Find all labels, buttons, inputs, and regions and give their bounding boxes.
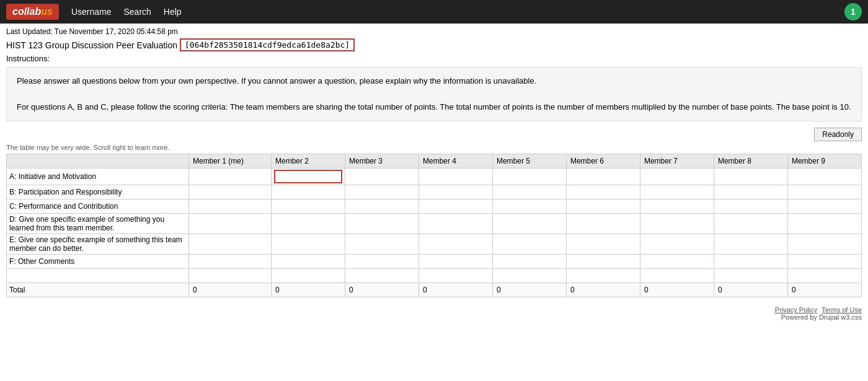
- cell-input-6-9[interactable]: [790, 270, 859, 281]
- cell-6-5[interactable]: [492, 269, 566, 283]
- cell-input-5-7[interactable]: [643, 256, 711, 267]
- cell-4-9[interactable]: [787, 234, 861, 255]
- cell-input-3-3[interactable]: [348, 218, 416, 229]
- cell-0-8[interactable]: [714, 169, 787, 185]
- cell-input-2-5[interactable]: [495, 201, 564, 212]
- cell-input-1-4[interactable]: [422, 186, 490, 198]
- logo[interactable]: collabus: [6, 4, 59, 20]
- cell-input-4-9[interactable]: [790, 239, 859, 250]
- cell-2-5[interactable]: [492, 199, 566, 214]
- nav-search[interactable]: Search: [124, 7, 151, 17]
- cell-input-0-1[interactable]: [192, 171, 268, 182]
- cell-5-6[interactable]: [566, 255, 640, 269]
- cell-1-9[interactable]: [787, 185, 861, 199]
- cell-input-3-7[interactable]: [643, 218, 711, 229]
- cell-input-5-4[interactable]: [422, 256, 490, 267]
- cell-0-9[interactable]: [787, 169, 861, 185]
- cell-6-2[interactable]: [272, 269, 345, 283]
- cell-2-7[interactable]: [640, 199, 714, 214]
- cell-2-6[interactable]: [566, 199, 640, 214]
- privacy-link[interactable]: Privacy Policy: [775, 306, 817, 313]
- cell-input-2-1[interactable]: [192, 201, 268, 212]
- user-badge[interactable]: 1: [844, 3, 862, 20]
- cell-input-6-1[interactable]: [192, 270, 268, 281]
- cell-input-5-6[interactable]: [569, 256, 637, 267]
- cell-input-3-5[interactable]: [495, 218, 564, 229]
- cell-input-5-3[interactable]: [348, 256, 416, 267]
- cell-6-6[interactable]: [566, 269, 640, 283]
- cell-input-6-8[interactable]: [717, 270, 785, 281]
- cell-3-1[interactable]: [188, 214, 271, 234]
- cell-1-4[interactable]: [418, 185, 492, 199]
- cell-input-0-6[interactable]: [569, 171, 637, 182]
- cell-2-3[interactable]: [345, 199, 418, 214]
- cell-input-4-6[interactable]: [569, 239, 637, 250]
- cell-5-8[interactable]: [714, 255, 787, 269]
- cell-1-3[interactable]: [345, 185, 418, 199]
- cell-3-5[interactable]: [492, 214, 566, 234]
- cell-input-2-4[interactable]: [422, 201, 490, 212]
- cell-input-1-1[interactable]: [192, 186, 268, 198]
- cell-5-4[interactable]: [418, 255, 492, 269]
- cell-input-1-7[interactable]: [643, 186, 711, 198]
- cell-input-4-7[interactable]: [643, 239, 711, 250]
- cell-input-5-5[interactable]: [495, 256, 564, 267]
- cell-input-2-2[interactable]: [274, 201, 342, 212]
- cell-input-6-7[interactable]: [643, 270, 711, 281]
- cell-input-1-5[interactable]: [495, 186, 564, 198]
- cell-input-4-1[interactable]: [192, 239, 268, 250]
- cell-input-5-9[interactable]: [790, 256, 859, 267]
- cell-4-7[interactable]: [640, 234, 714, 255]
- cell-4-2[interactable]: [272, 234, 345, 255]
- cell-4-5[interactable]: [492, 234, 566, 255]
- cell-input-0-8[interactable]: [717, 171, 785, 182]
- cell-input-3-1[interactable]: [192, 218, 268, 229]
- cell-input-6-3[interactable]: [348, 270, 416, 281]
- cell-6-1[interactable]: [188, 269, 271, 283]
- cell-1-7[interactable]: [640, 185, 714, 199]
- cell-1-1[interactable]: [188, 185, 271, 199]
- cell-2-1[interactable]: [188, 199, 271, 214]
- cell-input-6-2[interactable]: [274, 270, 342, 281]
- cell-input-2-6[interactable]: [569, 201, 637, 212]
- cell-input-4-8[interactable]: [717, 239, 785, 250]
- cell-input-0-7[interactable]: [643, 171, 711, 182]
- cell-4-3[interactable]: [345, 234, 418, 255]
- cell-2-8[interactable]: [714, 199, 787, 214]
- cell-input-3-8[interactable]: [717, 218, 785, 229]
- cell-3-4[interactable]: [418, 214, 492, 234]
- cell-1-5[interactable]: [492, 185, 566, 199]
- cell-input-2-8[interactable]: [717, 201, 785, 212]
- cell-6-8[interactable]: [714, 269, 787, 283]
- cell-input-4-4[interactable]: [422, 239, 490, 250]
- cell-6-9[interactable]: [787, 269, 861, 283]
- cell-5-1[interactable]: [188, 255, 271, 269]
- cell-2-4[interactable]: [418, 199, 492, 214]
- cell-0-2[interactable]: [272, 169, 345, 185]
- cell-input-0-2[interactable]: [274, 170, 342, 183]
- cell-6-3[interactable]: [345, 269, 418, 283]
- cell-input-6-4[interactable]: [422, 270, 490, 281]
- cell-3-2[interactable]: [272, 214, 345, 234]
- terms-link[interactable]: Terms of Use: [822, 306, 862, 313]
- cell-4-4[interactable]: [418, 234, 492, 255]
- cell-0-4[interactable]: [418, 169, 492, 185]
- cell-input-5-2[interactable]: [274, 256, 342, 267]
- cell-input-3-2[interactable]: [274, 218, 342, 229]
- cell-input-0-4[interactable]: [422, 171, 490, 182]
- cell-input-3-6[interactable]: [569, 218, 637, 229]
- cell-input-5-1[interactable]: [192, 256, 268, 267]
- cell-0-5[interactable]: [492, 169, 566, 185]
- cell-input-2-3[interactable]: [348, 201, 416, 212]
- cell-input-2-7[interactable]: [643, 201, 711, 212]
- cell-4-8[interactable]: [714, 234, 787, 255]
- cell-input-4-5[interactable]: [495, 239, 564, 250]
- cell-5-7[interactable]: [640, 255, 714, 269]
- cell-input-1-6[interactable]: [569, 186, 637, 198]
- cell-5-2[interactable]: [272, 255, 345, 269]
- cell-input-1-9[interactable]: [790, 186, 859, 198]
- readonly-button[interactable]: Readonly: [814, 128, 862, 141]
- cell-3-6[interactable]: [566, 214, 640, 234]
- cell-0-1[interactable]: [188, 169, 271, 185]
- cell-input-0-5[interactable]: [495, 171, 564, 182]
